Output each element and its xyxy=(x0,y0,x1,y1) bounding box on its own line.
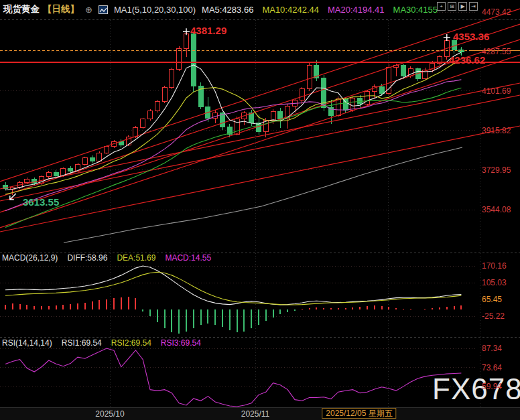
candle[interactable] xyxy=(423,68,428,80)
ma-value-label: MA5:4283.66 xyxy=(202,5,253,15)
indicator-label: RSI1:69.54 xyxy=(62,338,102,348)
pan-icon[interactable]: + xyxy=(437,2,446,11)
indicator-label: MACD:14.55 xyxy=(165,253,211,263)
candle[interactable] xyxy=(198,82,203,109)
candle[interactable] xyxy=(206,97,210,121)
autoscale-icon[interactable]: ▶ xyxy=(458,2,467,11)
indicator-label: RSI3:69.54 xyxy=(161,338,201,348)
moving-averages xyxy=(5,52,461,227)
indicator-label: DEA:51.69 xyxy=(117,253,155,263)
trendlines xyxy=(0,9,520,232)
price-axis-label: 4101.69 xyxy=(482,86,511,96)
chart-type-icon[interactable] xyxy=(99,5,108,14)
zoom-axis-icon[interactable]: ⊞ xyxy=(448,2,456,11)
macd-axis-label: -25.22 xyxy=(482,311,505,321)
exit-chart-icon[interactable]: ⇥ xyxy=(469,2,478,11)
ma-line-ma20 xyxy=(5,80,461,211)
price-marker-label: 4381.29 xyxy=(190,25,226,36)
macd-panel xyxy=(5,266,461,334)
price-marker-label: 4353.36 xyxy=(453,31,489,42)
rsi-panel xyxy=(5,348,461,407)
expand-icon[interactable]: ⊕ xyxy=(85,5,92,15)
chart-toolbar: +⊞▶⇥ xyxy=(437,2,478,11)
rsi-axis-label: 87.34 xyxy=(482,344,502,353)
macd-current-value: 65.45 xyxy=(482,295,502,304)
dea-line xyxy=(5,272,461,305)
ma-value-label: MA30:4155 xyxy=(393,5,438,15)
indicator-label: RSI(14,14,14) xyxy=(2,338,52,348)
price-marker-label: 3613.55 xyxy=(23,196,59,208)
candle[interactable] xyxy=(141,118,145,129)
candle[interactable] xyxy=(365,90,370,105)
point-markers xyxy=(10,28,465,200)
candle[interactable] xyxy=(162,86,167,103)
candle[interactable] xyxy=(307,62,312,91)
macd-axis-label: 105.03 xyxy=(482,278,507,287)
price-axis-label: 3544.08 xyxy=(482,205,511,214)
price-marker-label: 4236.62 xyxy=(449,54,485,66)
period-selector[interactable]: 【日线】 xyxy=(43,3,79,15)
candle[interactable] xyxy=(46,171,51,178)
candle[interactable] xyxy=(170,68,174,89)
candle[interactable] xyxy=(155,100,159,113)
ma-value-label: MA10:4242.44 xyxy=(262,5,319,15)
diff-line xyxy=(5,266,461,305)
ma-legend: MA5:4283.66MA10:4242.44MA20:4194.41MA30:… xyxy=(202,5,438,15)
candle[interactable] xyxy=(314,60,319,81)
macd-legend: MACD(26,12,9)DIFF:58.96DEA:51.69MACD:14.… xyxy=(2,253,211,263)
rsi-legend: RSI(14,14,14)RSI1:69.54RSI2:69.54RSI3:69… xyxy=(2,338,201,348)
ma-settings-label: MA1(5,10,20,30,100) xyxy=(114,5,196,15)
macd-axis-label: 170.16 xyxy=(482,261,507,271)
candle[interactable] xyxy=(242,111,247,125)
price-axis-label: 3729.95 xyxy=(482,165,511,175)
candle[interactable] xyxy=(184,31,189,57)
current-date-label: 2025/12/05 星期五 xyxy=(322,408,396,419)
candle[interactable] xyxy=(148,109,153,121)
candle[interactable] xyxy=(3,182,8,190)
candle[interactable] xyxy=(278,108,283,128)
indicator-label: DIFF:58.96 xyxy=(67,253,107,263)
candle[interactable] xyxy=(90,155,94,163)
ma-value-label: MA20:4194.41 xyxy=(328,5,385,15)
rsi-axis-label: 59.94 xyxy=(482,382,502,391)
candle[interactable] xyxy=(177,46,182,71)
month-label: 2025/10 xyxy=(95,409,124,419)
candle[interactable] xyxy=(82,157,87,165)
chart-canvas[interactable] xyxy=(0,0,520,420)
indicator-label: MACD(26,12,9) xyxy=(2,253,58,263)
price-axis-label: 3915.82 xyxy=(482,126,511,135)
candle[interactable] xyxy=(438,55,442,66)
price-axis-label: 4287.55 xyxy=(482,47,511,56)
ma100-line xyxy=(64,147,462,242)
instrument-title: 现货黄金 xyxy=(3,3,40,15)
rsi-line xyxy=(5,348,461,407)
month-label: 2025/11 xyxy=(241,409,270,419)
candle[interactable] xyxy=(300,87,304,104)
indicator-label: RSI2:69.54 xyxy=(111,338,151,348)
watermark: FX678 xyxy=(432,372,520,406)
rsi-axis-label: 73.64 xyxy=(482,363,502,372)
